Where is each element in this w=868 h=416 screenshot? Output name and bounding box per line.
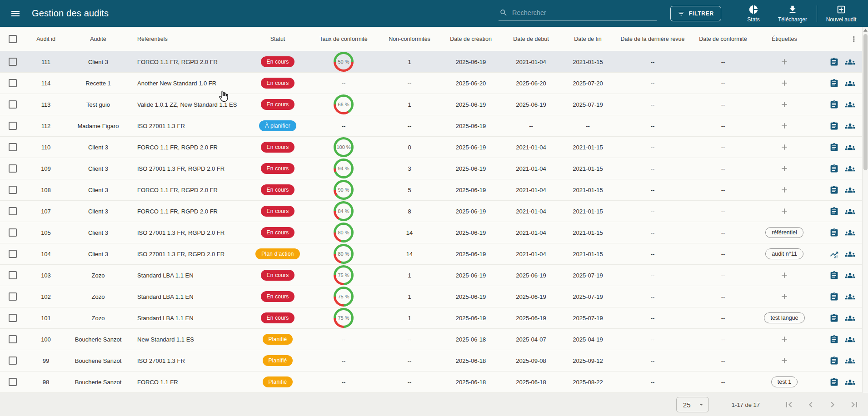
table-row[interactable]: 102ZozoStandard LBA 1.1 ENEn cours75 %12… <box>0 286 868 307</box>
row-checkbox[interactable] <box>9 314 17 322</box>
row-checkbox[interactable] <box>9 378 17 386</box>
team-button[interactable] <box>845 163 855 174</box>
checklist-button[interactable] <box>829 271 839 280</box>
team-button[interactable] <box>845 313 855 323</box>
add-tag-button[interactable] <box>780 121 789 130</box>
row-checkbox[interactable] <box>9 143 17 151</box>
table-row[interactable]: 99Boucherie SanzotISO 27001 1.3 FRPlanif… <box>0 350 868 371</box>
add-tag-button[interactable] <box>780 57 789 66</box>
team-button[interactable] <box>845 356 855 366</box>
row-checkbox[interactable] <box>9 271 17 279</box>
team-button[interactable] <box>845 377 855 387</box>
scrollbar-thumb[interactable] <box>863 34 868 170</box>
vertical-scrollbar[interactable] <box>862 27 868 393</box>
table-row[interactable]: 98Boucherie SanzotFORCO 1.1 FRPlanifié--… <box>0 371 868 393</box>
add-tag-button[interactable] <box>780 292 789 301</box>
checklist-button[interactable] <box>829 57 839 67</box>
table-row[interactable]: 103ZozoStandard LBA 1.1 ENEn cours75 %12… <box>0 265 868 286</box>
table-row[interactable]: 108Client 3FORCO 1.1 FR, RGPD 2.0 FREn c… <box>0 179 868 201</box>
new-audit-button[interactable]: Nouvel audit <box>822 5 861 23</box>
table-row[interactable]: 107Client 3FORCO 1.1 FR, RGPD 2.0 FREn c… <box>0 201 868 222</box>
table-row[interactable]: 100Boucherie SanzotNew Standard 1.1 ESPl… <box>0 329 868 350</box>
search-box[interactable] <box>499 6 657 21</box>
team-button[interactable] <box>845 334 855 345</box>
etiquettes-cell <box>757 329 812 350</box>
menu-button[interactable] <box>6 5 25 23</box>
team-button[interactable] <box>845 121 855 131</box>
checklist-button[interactable] <box>829 121 839 131</box>
conformity-cell: 75 % <box>307 307 380 328</box>
last-page-button[interactable] <box>845 396 863 414</box>
team-button[interactable] <box>845 78 855 89</box>
kebab-icon[interactable] <box>850 35 858 43</box>
row-checkbox[interactable] <box>9 357 17 365</box>
checklist-button[interactable] <box>829 292 839 302</box>
checklist-button[interactable] <box>829 185 839 195</box>
first-page-button[interactable] <box>780 396 798 414</box>
checklist-button[interactable] <box>829 335 839 344</box>
team-button[interactable] <box>845 292 855 302</box>
row-checkbox[interactable] <box>9 186 17 194</box>
add-tag-button[interactable] <box>780 271 789 280</box>
checklist-button[interactable] <box>829 207 839 216</box>
download-button[interactable]: Télécharger <box>773 5 812 23</box>
table-row[interactable]: 111Client 3FORCO 1.1 FR, RGPD 2.0 FREn c… <box>0 51 868 73</box>
checklist-button[interactable] <box>829 228 839 238</box>
next-page-button[interactable] <box>823 396 842 414</box>
filter-button[interactable]: FILTRER <box>670 6 721 21</box>
team-button[interactable] <box>845 99 855 110</box>
stats-button[interactable]: Stats <box>734 5 773 23</box>
rows-per-page-select[interactable]: 25 <box>676 397 709 412</box>
search-input[interactable] <box>512 9 656 16</box>
row-checkbox[interactable] <box>9 164 17 173</box>
column-header: Date de conformité <box>689 36 757 42</box>
row-checkbox[interactable] <box>9 250 17 258</box>
team-button[interactable] <box>845 185 855 195</box>
team-button[interactable] <box>845 249 855 259</box>
add-tag-button[interactable] <box>780 164 789 173</box>
team-button[interactable] <box>845 142 855 153</box>
table-row[interactable]: 113Test guioValide 1.0.1 ZZ, New Standar… <box>0 94 868 115</box>
row-checkbox[interactable] <box>9 122 17 130</box>
row-checkbox[interactable] <box>9 58 17 66</box>
referentiels-cell: ISO 27001 1.3 FR, RGPD 2.0 FR <box>130 158 248 179</box>
add-tag-button[interactable] <box>780 335 789 344</box>
table-row[interactable]: 104Client 3ISO 27001 1.3 FR, RGPD 2.0 FR… <box>0 243 868 265</box>
team-button[interactable] <box>845 270 855 281</box>
team-button[interactable] <box>845 228 855 238</box>
checklist-button[interactable] <box>829 143 839 152</box>
table-row[interactable]: 101ZozoStandard LBA 1.1 ENEn cours75 %12… <box>0 307 868 329</box>
table-row[interactable]: 114Recette 1Another New Standard 1.0 FRE… <box>0 73 868 94</box>
status-badge: Plan d’action <box>255 248 299 259</box>
row-checkbox[interactable] <box>9 335 17 343</box>
action-plan-button[interactable] <box>829 249 839 259</box>
row-checkbox[interactable] <box>9 292 17 301</box>
add-tag-button[interactable] <box>780 143 789 152</box>
prev-page-button[interactable] <box>802 396 820 414</box>
table-row[interactable]: 109Client 3ISO 27001 1.3 FR, RGPD 2.0 FR… <box>0 158 868 179</box>
add-tag-button[interactable] <box>780 356 789 365</box>
team-button[interactable] <box>845 206 855 217</box>
checklist-button[interactable] <box>829 356 839 366</box>
row-checkbox[interactable] <box>9 207 17 215</box>
checklist-button[interactable] <box>829 79 839 88</box>
scroll-up-icon[interactable] <box>863 29 868 32</box>
table-row[interactable]: 110Client 3FORCO 1.1 FR, RGPD 2.0 FREn c… <box>0 137 868 158</box>
row-checkbox[interactable] <box>9 100 17 109</box>
checklist-button[interactable] <box>829 313 839 323</box>
checklist-button[interactable] <box>829 100 839 109</box>
add-tag-button[interactable] <box>780 185 789 194</box>
nc-cell: 1 <box>380 51 439 72</box>
table-row[interactable]: 105Client 3ISO 27001 1.3 FR, RGPD 2.0 FR… <box>0 222 868 243</box>
add-tag-button[interactable] <box>780 207 789 216</box>
pagination-range-label: 1-17 de 17 <box>732 401 760 408</box>
row-checkbox[interactable] <box>9 79 17 87</box>
select-all-checkbox[interactable] <box>9 35 17 43</box>
add-tag-button[interactable] <box>780 79 789 88</box>
checklist-button[interactable] <box>829 164 839 173</box>
add-tag-button[interactable] <box>780 100 789 109</box>
checklist-button[interactable] <box>829 377 839 387</box>
row-checkbox[interactable] <box>9 228 17 237</box>
table-row[interactable]: 112Madame FigaroISO 27001 1.3 FRÀ planif… <box>0 115 868 137</box>
team-button[interactable] <box>845 57 855 67</box>
